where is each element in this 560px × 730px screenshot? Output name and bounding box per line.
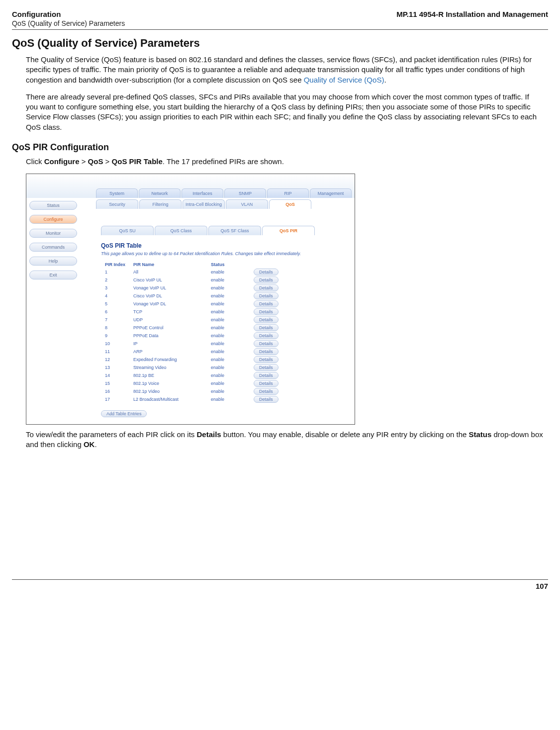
cell-name: Vonage VoIP DL xyxy=(129,300,207,308)
details-button[interactable]: Details xyxy=(254,276,279,283)
details-button[interactable]: Details xyxy=(254,380,279,387)
tab-system[interactable]: System xyxy=(96,188,138,198)
nav-help[interactable]: Help xyxy=(29,257,77,266)
table-row: 10IPenableDetails xyxy=(101,340,282,348)
tab-network[interactable]: Network xyxy=(139,188,181,198)
cell-name: Streaming Video xyxy=(129,364,207,371)
nav-exit[interactable]: Exit xyxy=(29,271,77,279)
cell-name: All xyxy=(129,268,207,276)
cell-index: 6 xyxy=(101,308,129,316)
details-button[interactable]: Details xyxy=(254,292,279,299)
cell-name: 802.1p Video xyxy=(129,387,207,395)
table-row: 5Vonage VoIP DLenableDetails xyxy=(101,300,282,308)
details-button[interactable]: Details xyxy=(254,388,279,395)
details-button[interactable]: Details xyxy=(254,332,279,339)
cell-index: 15 xyxy=(101,379,129,387)
add-table-entries-button[interactable]: Add Table Entries xyxy=(101,410,147,417)
cell-index: 8 xyxy=(101,324,129,332)
table-row: 15802.1p VoiceenableDetails xyxy=(101,379,282,387)
tab-rip[interactable]: RIP xyxy=(267,188,309,198)
cell-name: Vonage VoIP UL xyxy=(129,284,207,292)
nav-monitor[interactable]: Monitor xyxy=(29,229,77,238)
nav-status[interactable]: Status xyxy=(29,201,77,210)
cell-status: enable xyxy=(207,276,250,284)
cell-name: Cisco VoIP UL xyxy=(129,276,207,284)
panel-title: QoS PIR Table xyxy=(101,242,350,249)
table-row: 8PPPoE ControlenableDetails xyxy=(101,324,282,332)
cell-status: enable xyxy=(207,364,250,371)
table-row: 13Streaming VideoenableDetails xyxy=(101,364,282,371)
tab-vlan[interactable]: VLAN xyxy=(226,199,268,209)
divider xyxy=(12,29,548,30)
details-button[interactable]: Details xyxy=(254,308,279,315)
subtab-qos-class[interactable]: QoS Class xyxy=(155,226,207,235)
cell-status: enable xyxy=(207,379,250,387)
details-button[interactable]: Details xyxy=(254,316,279,323)
tab-security[interactable]: Security xyxy=(96,199,138,209)
click-path: Click Configure > QoS > QoS PIR Table. T… xyxy=(26,157,543,167)
cell-status: enable xyxy=(207,316,250,324)
details-button[interactable]: Details xyxy=(254,284,279,291)
tab-qos[interactable]: QoS xyxy=(269,199,311,209)
intro-paragraph-1: The Quality of Service (QoS) feature is … xyxy=(26,55,543,85)
qos-link[interactable]: Quality of Service (QoS) xyxy=(304,76,384,84)
details-button[interactable]: Details xyxy=(254,356,279,363)
tab-interfaces[interactable]: Interfaces xyxy=(182,188,223,198)
table-row: 3Vonage VoIP ULenableDetails xyxy=(101,284,282,292)
table-row: 2Cisco VoIP ULenableDetails xyxy=(101,276,282,284)
cell-index: 7 xyxy=(101,316,129,324)
details-button[interactable]: Details xyxy=(254,348,279,355)
cell-name: PPPoE Data xyxy=(129,332,207,340)
details-button[interactable]: Details xyxy=(254,269,279,275)
header-left: Configuration xyxy=(12,10,61,18)
tab-management[interactable]: Management xyxy=(310,188,352,198)
cell-index: 17 xyxy=(101,395,129,403)
cell-index: 4 xyxy=(101,292,129,300)
tab-snmp[interactable]: SNMP xyxy=(224,188,266,198)
cell-name: Expedited Forwarding xyxy=(129,356,207,364)
table-row: 7UDPenableDetails xyxy=(101,316,282,324)
cell-name: 802.1p BE xyxy=(129,371,207,379)
details-button[interactable]: Details xyxy=(254,396,279,403)
table-row: 16802.1p VideoenableDetails xyxy=(101,387,282,395)
col-name: PIR Name xyxy=(129,261,207,268)
intro-paragraph-2: There are already several pre-defined Qo… xyxy=(26,92,543,132)
cell-index: 9 xyxy=(101,332,129,340)
subtab-qos-su[interactable]: QoS SU xyxy=(101,226,154,235)
cell-status: enable xyxy=(207,348,250,356)
pir-table: PIR Index PIR Name Status 1AllenableDeta… xyxy=(101,261,282,403)
details-button[interactable]: Details xyxy=(254,372,279,379)
table-row: 6TCPenableDetails xyxy=(101,308,282,316)
subtab-qos-sf-class[interactable]: QoS SF Class xyxy=(208,226,261,235)
cell-index: 11 xyxy=(101,348,129,356)
details-button[interactable]: Details xyxy=(254,300,279,307)
cell-name: IP xyxy=(129,340,207,348)
table-row: 12Expedited ForwardingenableDetails xyxy=(101,356,282,364)
nav-configure[interactable]: Configure xyxy=(29,215,77,224)
table-row: 14802.1p BEenableDetails xyxy=(101,371,282,379)
cell-index: 10 xyxy=(101,340,129,348)
details-button[interactable]: Details xyxy=(254,324,279,331)
cell-name: TCP xyxy=(129,308,207,316)
subtab-qos-pir[interactable]: QoS PIR xyxy=(262,226,315,235)
details-paragraph: To view/edit the parameters of each PIR … xyxy=(26,430,543,450)
cell-index: 12 xyxy=(101,356,129,364)
app-screenshot: System Network Interfaces SNMP RIP Manag… xyxy=(26,174,355,425)
nav-commands[interactable]: Commands xyxy=(29,243,77,252)
cell-status: enable xyxy=(207,340,250,348)
tab-filtering[interactable]: Filtering xyxy=(139,199,182,209)
table-row: 9PPPoE DataenableDetails xyxy=(101,332,282,340)
cell-name: UDP xyxy=(129,316,207,324)
panel-desc: This page allows you to define up to 64 … xyxy=(101,251,350,256)
table-row: 1AllenableDetails xyxy=(101,268,282,276)
cell-status: enable xyxy=(207,284,250,292)
details-button[interactable]: Details xyxy=(254,340,279,347)
tab-intracell[interactable]: Intra-Cell Blocking xyxy=(183,199,225,209)
cell-name: 802.1p Voice xyxy=(129,379,207,387)
details-button[interactable]: Details xyxy=(254,364,279,371)
top-tabs-row2: Security Filtering Intra-Cell Blocking V… xyxy=(96,199,352,209)
cell-status: enable xyxy=(207,332,250,340)
cell-status: enable xyxy=(207,308,250,316)
col-status: Status xyxy=(207,261,250,268)
cell-name: Cisco VoIP DL xyxy=(129,292,207,300)
